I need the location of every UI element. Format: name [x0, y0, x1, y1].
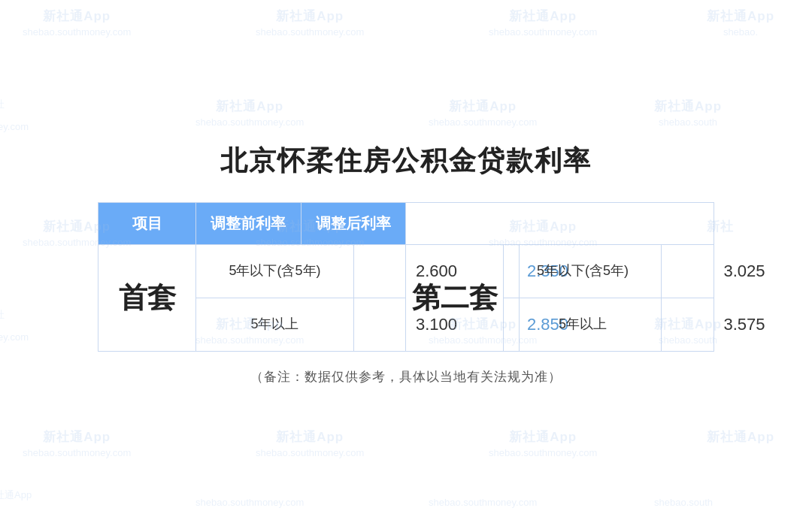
watermark-25: shebao.southmoney.com	[429, 496, 537, 509]
watermark-19: 新社通App shebao.southmoney.com	[23, 428, 131, 460]
watermark-26: shebao.south	[654, 496, 713, 509]
watermark-14: 新社	[0, 308, 5, 322]
sub-label: 5年以下(含5年)	[504, 245, 662, 298]
sub-rows-0: 5年以下(含5年)2.6002.3505年以上3.1002.850	[196, 244, 406, 351]
table-row: 5年以下(含5年)2.6002.350	[196, 245, 405, 298]
watermark-1: 新社通App shebao.southmoney.com	[23, 8, 131, 39]
watermark-2: 新社通App shebao.southmoney.com	[256, 8, 364, 39]
footnote: （备注：数据仅供参考，具体以当地有关法规为准）	[98, 368, 714, 385]
sub-label: 5年以下(含5年)	[196, 245, 354, 298]
watermark-3: 新社通App shebao.southmoney.com	[489, 8, 597, 39]
watermark-4: 新社通App shebao.	[707, 8, 774, 39]
table-row: 5年以上3.1002.850	[196, 298, 405, 351]
col-header-before: 调整前利率	[196, 202, 301, 244]
sub-label: 5年以上	[196, 298, 354, 351]
table-row: 5年以下(含5年)3.0252.775	[504, 245, 714, 298]
watermark-20: 新社通App shebao.southmoney.com	[256, 428, 364, 460]
watermark-23: 新社通App	[0, 488, 32, 502]
watermark-15: southmoney.com	[0, 331, 29, 344]
sub-label: 5年以上	[504, 298, 662, 351]
rate-before: 3.025	[662, 245, 812, 298]
main-card: 北京怀柔住房公积金贷款利率 项目 调整前利率 调整后利率 首套5年以下(含5年)…	[68, 120, 744, 407]
col-header-after: 调整后利率	[301, 202, 406, 244]
watermark-6: southmoney.com	[0, 120, 29, 134]
page-title: 北京怀柔住房公积金贷款利率	[98, 143, 714, 180]
rate-table: 项目 调整前利率 调整后利率 首套5年以下(含5年)2.6002.3505年以上…	[98, 202, 714, 352]
sub-rows-1: 5年以下(含5年)3.0252.7755年以上3.5753.325	[504, 244, 714, 351]
watermark-24: shebao.southmoney.com	[195, 496, 304, 509]
watermark-22: 新社通App	[707, 428, 774, 446]
rate-before: 3.575	[662, 298, 812, 351]
category-0: 首套	[98, 244, 196, 351]
watermark-21: 新社通App shebao.southmoney.com	[489, 428, 597, 460]
watermark-5: 新社	[0, 98, 5, 111]
table-row: 5年以上3.5753.325	[504, 298, 714, 351]
col-header-item: 项目	[98, 202, 196, 244]
